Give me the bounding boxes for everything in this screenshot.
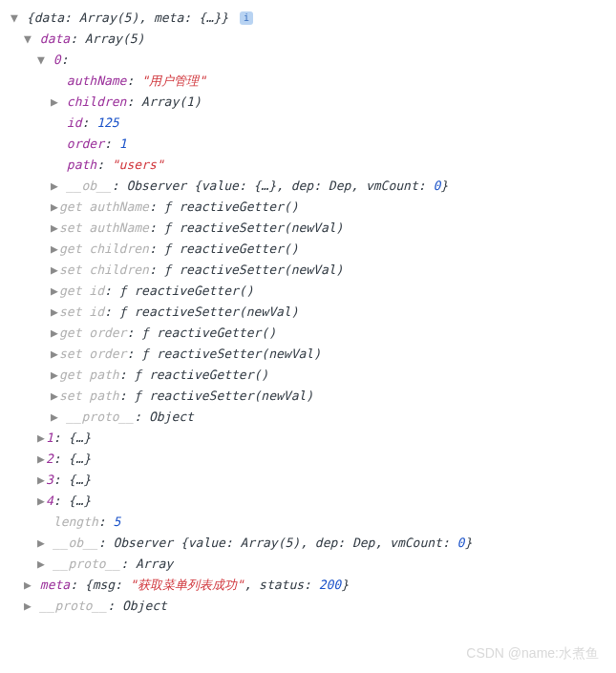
tree-row-accessor[interactable]: ▶get id: ƒ reactiveGetter(): [10, 281, 606, 302]
tree-row-path[interactable]: path: "users": [10, 155, 606, 176]
prop-value: 1: [119, 137, 127, 151]
prop-key: 4: [46, 494, 53, 508]
tree-row-accessor[interactable]: ▶set children: ƒ reactiveSetter(newVal): [10, 260, 606, 281]
expand-arrow-right-icon[interactable]: ▶: [36, 428, 46, 449]
prop-key: __ob__: [53, 536, 98, 550]
tree-row-authName[interactable]: authName: "用户管理": [10, 71, 606, 92]
expand-arrow-right-icon[interactable]: ▶: [50, 302, 59, 323]
function-icon: ƒ: [119, 305, 135, 319]
function-icon: ƒ: [141, 347, 157, 361]
prop-key: length: [53, 515, 98, 529]
accessor-kind: set path: [59, 389, 119, 403]
expand-arrow-right-icon[interactable]: ▶: [50, 386, 59, 407]
expand-arrow-right-icon[interactable]: ▶: [50, 239, 59, 260]
function-icon: ƒ: [164, 263, 180, 277]
tree-row-accessor[interactable]: ▶set id: ƒ reactiveSetter(newVal): [10, 302, 606, 323]
accessor-fn: reactiveSetter(newVal): [134, 305, 298, 319]
prop-value: "用户管理": [141, 74, 206, 88]
expand-arrow-right-icon[interactable]: ▶: [50, 365, 59, 386]
tree-row-item[interactable]: ▶3: {…}: [10, 470, 606, 491]
prop-value: Array(1): [141, 95, 202, 109]
expand-arrow-right-icon[interactable]: ▶: [36, 491, 46, 512]
expand-arrow-right-icon[interactable]: ▶: [36, 449, 46, 470]
accessor-kind: set children: [59, 263, 149, 277]
prop-key: __proto__: [53, 557, 120, 571]
tree-row-item[interactable]: ▶1: {…}: [10, 428, 606, 449]
tree-row-children[interactable]: ▶ children: Array(1): [10, 92, 606, 113]
accessor-fn: reactiveGetter(): [179, 242, 298, 256]
expand-arrow-down-icon[interactable]: ▼: [23, 29, 32, 50]
prop-key: 1: [46, 431, 53, 445]
tree-row-accessor[interactable]: ▶get authName: ƒ reactiveGetter(): [10, 197, 606, 218]
expand-arrow-right-icon[interactable]: ▶: [50, 260, 59, 281]
accessor-kind: set authName: [59, 221, 149, 235]
accessor-kind: get children: [59, 242, 149, 256]
tree-row-accessor[interactable]: ▶get children: ƒ reactiveGetter(): [10, 239, 606, 260]
expand-arrow-down-icon[interactable]: ▼: [10, 8, 19, 29]
tree-row-order[interactable]: order: 1: [10, 134, 606, 155]
tree-row-item[interactable]: ▶2: {…}: [10, 449, 606, 470]
prop-key: 0: [53, 53, 61, 67]
prop-value: {…}: [68, 494, 90, 508]
expand-arrow-right-icon[interactable]: ▶: [50, 323, 59, 344]
function-icon: ƒ: [164, 200, 180, 214]
prop-key: id: [67, 116, 82, 130]
prop-value: {…}: [68, 473, 90, 487]
tree-row-accessor[interactable]: ▶set authName: ƒ reactiveSetter(newVal): [10, 218, 606, 239]
accessor-kind: set order: [59, 347, 126, 361]
prop-key: path: [67, 158, 96, 172]
tree-row-accessor[interactable]: ▶get path: ƒ reactiveGetter(): [10, 365, 606, 386]
info-icon[interactable]: i: [240, 11, 253, 25]
accessor-kind: get order: [59, 326, 126, 340]
summary-meta-key: meta: [154, 11, 183, 25]
tree-row-accessor[interactable]: ▶set path: ƒ reactiveSetter(newVal): [10, 386, 606, 407]
expand-arrow-right-icon[interactable]: ▶: [50, 92, 59, 113]
prop-key: __proto__: [40, 599, 107, 613]
tree-row-root[interactable]: ▼ {data: Array(5), meta: {…}} i: [10, 8, 606, 29]
tree-row-meta[interactable]: ▶ meta: {msg: "获取菜单列表成功", status: 200}: [10, 575, 606, 596]
function-icon: ƒ: [134, 389, 149, 403]
tree-row-proto[interactable]: ▶ __proto__: Array: [10, 554, 606, 575]
tree-row-accessor[interactable]: ▶set order: ƒ reactiveSetter(newVal): [10, 344, 606, 365]
expand-arrow-right-icon[interactable]: ▶: [23, 575, 32, 596]
tree-row-length[interactable]: length: 5: [10, 512, 606, 533]
accessor-fn: reactiveSetter(newVal): [179, 221, 343, 235]
function-icon: ƒ: [119, 284, 135, 298]
tree-row-item[interactable]: ▶4: {…}: [10, 491, 606, 512]
tree-row-ob[interactable]: ▶ __ob__: Observer {value: {…}, dep: Dep…: [10, 176, 606, 197]
expand-arrow-right-icon[interactable]: ▶: [36, 470, 46, 491]
prop-value: {…}: [68, 431, 90, 445]
expand-arrow-right-icon[interactable]: ▶: [36, 533, 46, 554]
function-icon: ƒ: [134, 368, 149, 382]
accessor-kind: get id: [59, 284, 104, 298]
expand-arrow-right-icon[interactable]: ▶: [36, 554, 46, 575]
expand-arrow-right-icon[interactable]: ▶: [50, 176, 59, 197]
tree-row-item-0[interactable]: ▼ 0:: [10, 50, 606, 71]
prop-value: "users": [112, 158, 164, 172]
accessor-fn: reactiveGetter(): [134, 284, 253, 298]
expand-arrow-right-icon[interactable]: ▶: [50, 407, 59, 428]
summary-data-val: Array(5): [79, 11, 139, 25]
prop-key: __proto__: [67, 410, 134, 424]
tree-row-proto[interactable]: ▶ __proto__: Object: [10, 596, 606, 617]
prop-key: 2: [46, 452, 53, 466]
expand-arrow-down-icon[interactable]: ▼: [36, 50, 46, 71]
prop-value: Object: [122, 599, 167, 613]
accessor-fn: reactiveSetter(newVal): [149, 389, 313, 403]
expand-arrow-right-icon[interactable]: ▶: [23, 596, 32, 617]
expand-arrow-right-icon[interactable]: ▶: [50, 197, 59, 218]
tree-row-data[interactable]: ▼ data: Array(5): [10, 29, 606, 50]
tree-row-proto[interactable]: ▶ __proto__: Object: [10, 407, 606, 428]
function-icon: ƒ: [164, 242, 180, 256]
tree-row-accessor[interactable]: ▶get order: ƒ reactiveGetter(): [10, 323, 606, 344]
expand-arrow-right-icon[interactable]: ▶: [50, 281, 59, 302]
prop-key: children: [67, 95, 127, 109]
function-icon: ƒ: [141, 326, 157, 340]
tree-row-ob[interactable]: ▶ __ob__: Observer {value: Array(5), dep…: [10, 533, 606, 554]
expand-arrow-right-icon[interactable]: ▶: [50, 218, 59, 239]
accessor-fn: reactiveGetter(): [149, 368, 268, 382]
brace-open: {: [27, 11, 34, 25]
prop-key: data: [40, 32, 70, 46]
expand-arrow-right-icon[interactable]: ▶: [50, 344, 59, 365]
tree-row-id[interactable]: id: 125: [10, 113, 606, 134]
